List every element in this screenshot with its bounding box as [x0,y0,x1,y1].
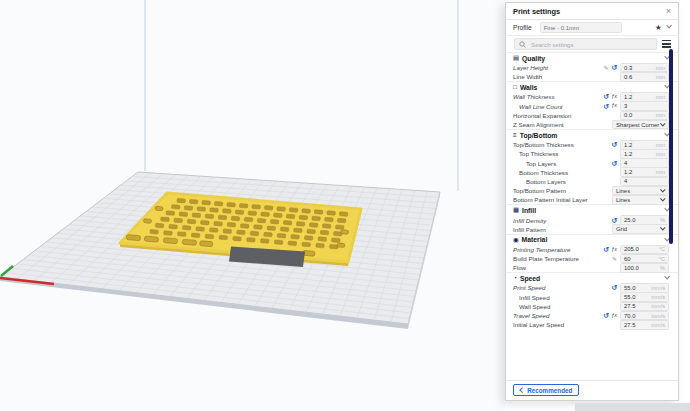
scrollbar[interactable] [669,49,673,244]
setting-row-horizontal-expansion: Horizontal Expansion0.0mm [506,111,678,120]
setting-row-bottom-thickness: Bottom Thickness1.2mm [506,168,678,177]
setting-label: Layer Height [513,64,548,71]
setting-row-wall-speed: Wall Speed27.5mm/s [506,302,678,311]
search-box[interactable] [514,38,657,50]
value-field-top-bottom-thickness[interactable]: 1.2mm [620,140,669,150]
setting-label: Initial Layer Speed [513,321,564,328]
topbottom-icon: ≡ [513,132,517,138]
reset-icon[interactable]: ↺ [603,312,609,319]
unit-label: mm [656,74,668,80]
value-field-wall-speed[interactable]: 27.5mm/s [620,302,669,312]
setting-label: Top/Bottom Pattern [513,187,566,194]
chevron-down-icon[interactable] [666,23,672,29]
section-header-material[interactable]: ◉Material [506,234,678,245]
unit-label: °C [659,256,668,262]
favorite-star-icon[interactable]: ★ [655,24,662,32]
fx-icon[interactable]: ƒx [611,103,617,108]
dropdown-z-seam-alignment[interactable]: Sharpest Corner [612,120,669,130]
dropdown-top-bottom-pattern[interactable]: Lines [612,186,669,196]
profile-row: Profile Fine - 0.1mm ★ [506,20,678,36]
quality-icon: ▤ [513,55,519,61]
value-field-flow[interactable]: 100.0% [620,263,669,273]
setting-row-initial-layer-speed: Initial Layer Speed27.5mm/s [506,320,678,329]
dropdown-bottom-pattern-initial-layer[interactable]: Lines [612,195,669,205]
value-field-travel-speed[interactable]: 70.0mm/s [620,311,669,321]
search-input[interactable] [529,40,652,49]
setting-label: Bottom Layers [526,178,566,185]
dropdown-infill-pattern[interactable]: Grid [612,224,669,234]
setting-label: Travel Speed [513,312,549,319]
setting-row-build-plate-temperature: Build Plate Temperature✎60°C [506,254,678,263]
fx-icon[interactable]: ƒx [611,94,617,99]
setting-row-z-seam-alignment: Z Seam AlignmentSharpest Corner [506,120,678,129]
value-field-infill-speed[interactable]: 55.0mm/s [620,292,669,302]
viewport-3d[interactable] [0,0,505,411]
value-field-infill-density[interactable]: 25.0% [620,215,669,225]
search-icon [519,41,526,48]
reset-icon[interactable]: ↺ [603,93,609,100]
setting-row-printing-temperature: Printing Temperature↺ƒx205.0°C [506,245,678,254]
unit-label: mm [656,151,668,157]
reset-icon[interactable]: ↺ [611,64,617,71]
unit-label: mm [656,94,668,100]
unit-label: mm [656,112,668,118]
section-header-walls[interactable]: □Walls [506,81,678,92]
profile-dropdown[interactable]: Fine - 0.1mm [540,22,622,33]
value-field-line-width[interactable]: 0.6mm [620,72,669,82]
fx-icon[interactable]: ƒx [611,313,617,318]
material-icon: ◉ [513,237,519,243]
value-field-printing-temperature[interactable]: 205.0°C [620,245,669,255]
reset-icon[interactable]: ↺ [611,217,617,224]
section-header-quality[interactable]: ▤Quality [506,52,678,63]
setting-label: Top Thickness [519,150,558,157]
section-label: Speed [520,275,665,282]
reset-icon[interactable]: ↺ [603,246,609,253]
setting-label: Line Width [513,73,542,80]
value-field-print-speed[interactable]: 55.0mm/s [620,283,669,293]
setting-row-print-speed: Print Speed↺55.0mm/s [506,283,678,292]
setting-row-wall-line-count: Wall Line Count↺ƒx3 [506,102,678,111]
setting-row-top-layers: Top Layers↺4 [506,159,678,168]
setting-label: Top/Bottom Thickness [513,141,574,148]
menu-icon[interactable] [662,40,671,48]
value-field-top-layers[interactable]: 4 [620,158,669,168]
speed-icon: ◔ [513,275,517,281]
print-settings-panel: Print settings × Profile Fine - 0.1mm ★ … [505,2,679,401]
setting-label: Infill Speed [519,294,550,301]
value-field-build-plate-temperature[interactable]: 60°C [620,254,669,264]
value-field-initial-layer-speed[interactable]: 27.5mm/s [620,320,669,330]
value-field-wall-line-count[interactable]: 3 [620,101,669,111]
section-label: Infill [522,207,665,214]
setting-label: Bottom Pattern Initial Layer [513,196,588,203]
chevron-down-icon [661,196,666,201]
value-field-wall-thickness[interactable]: 1.2mm [620,92,669,102]
section-header-top-bottom[interactable]: ≡Top/Bottom [506,129,678,140]
setting-label: Print Speed [513,284,545,291]
setting-row-infill-pattern: Infill PatternGrid [506,225,678,234]
unit-label: mm/s [651,313,668,319]
section-label: Material [522,236,665,243]
close-icon[interactable]: × [666,7,671,16]
section-header-speed[interactable]: ◔Speed [506,272,678,283]
value-field-top-thickness[interactable]: 1.2mm [620,149,669,159]
setting-label: Build Plate Temperature [513,255,579,262]
value-field-layer-height[interactable]: 0.3mm [620,63,669,73]
setting-row-top-bottom-pattern: Top/Bottom PatternLines [506,186,678,195]
setting-row-bottom-pattern-initial-layer: Bottom Pattern Initial LayerLines [506,195,678,204]
reset-icon[interactable]: ↺ [611,160,617,167]
reset-icon[interactable]: ↺ [603,103,609,110]
infill-icon: ▦ [513,207,519,213]
reset-icon[interactable]: ↺ [611,284,617,291]
value-field-bottom-thickness[interactable]: 1.2mm [620,167,669,177]
reset-icon[interactable]: ↺ [611,141,617,148]
fx-icon[interactable]: ƒx [611,247,617,252]
setting-row-travel-speed: Travel Speed↺ƒx70.0mm/s [506,311,678,320]
panel-header: Print settings × [506,3,678,20]
chevron-down-icon [664,274,670,280]
recommended-button[interactable]: Recommended [513,384,579,396]
setting-label: Top Layers [526,160,556,167]
value-field-bottom-layers[interactable]: 4 [620,177,669,187]
section-header-infill[interactable]: ▦Infill [506,204,678,215]
value-field-horizontal-expansion[interactable]: 0.0mm [620,111,669,121]
unit-label: mm/s [651,285,668,291]
